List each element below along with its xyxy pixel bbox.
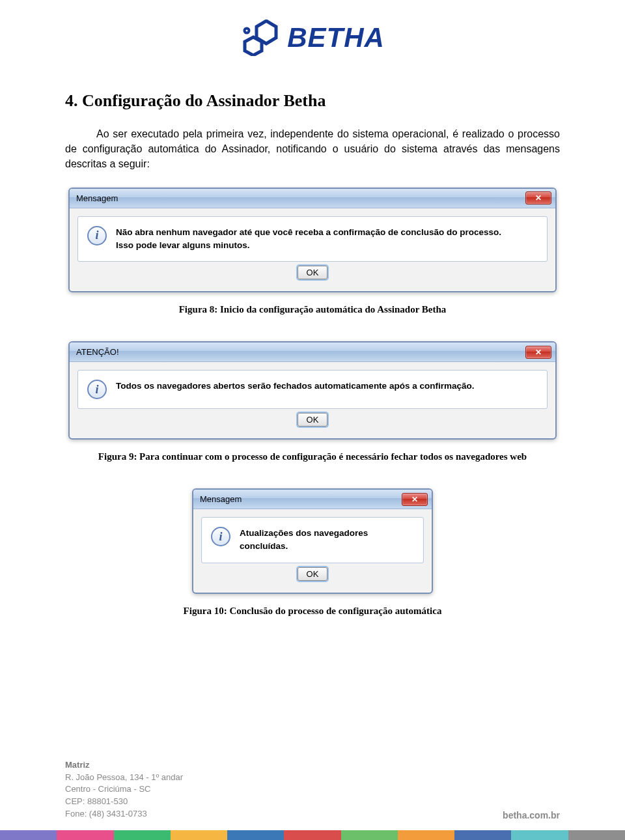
logo-text: BETHA xyxy=(287,22,385,53)
footer-color-stripe xyxy=(0,830,625,840)
svg-marker-1 xyxy=(245,37,262,55)
svg-point-2 xyxy=(245,29,249,33)
dialog1-line1: Não abra nenhum navegador até que você r… xyxy=(116,227,501,237)
footer-url: betha.com.br xyxy=(503,810,560,820)
footer-line3: CEP: 88801-530 xyxy=(65,796,183,808)
dialog2-title: ATENÇÃO! xyxy=(76,347,119,357)
dialog1-message: Não abra nenhum navegador até que você r… xyxy=(116,226,501,253)
figure-10-caption: Figura 10: Conclusão do processo de conf… xyxy=(65,606,560,617)
figure-9-caption: Figura 9: Para continuar com o processo … xyxy=(65,451,560,462)
close-icon[interactable]: ✕ xyxy=(525,191,551,204)
close-icon[interactable]: ✕ xyxy=(525,346,551,359)
header-logo: BETHA xyxy=(65,20,560,59)
dialog-mensagem-1: Mensagem ✕ i Não abra nenhum navegador a… xyxy=(68,188,557,293)
footer-line4: Fone: (48) 3431-0733 xyxy=(65,808,183,820)
dialog2-line1: Todos os navegadores abertos serão fecha… xyxy=(116,381,474,391)
info-icon: i xyxy=(87,226,107,245)
dialog1-title: Mensagem xyxy=(76,193,118,203)
info-icon: i xyxy=(211,527,230,546)
dialog3-line1: Atualizações dos navegadores concluídas. xyxy=(240,528,368,551)
betha-hex-icon xyxy=(240,20,279,56)
figure-8-caption: Figura 8: Inicio da configuração automát… xyxy=(65,304,560,315)
footer-line2: Centro - Criciúma - SC xyxy=(65,783,183,796)
dialog-atencao: ATENÇÃO! ✕ i Todos os navegadores aberto… xyxy=(68,341,557,440)
dialog-mensagem-2: Mensagem ✕ i Atualizações dos navegadore… xyxy=(192,488,433,594)
footer-address: Matriz R. João Pessoa, 134 - 1º andar Ce… xyxy=(65,759,183,820)
dialog2-message: Todos os navegadores abertos serão fecha… xyxy=(116,380,474,393)
intro-paragraph: Ao ser executado pela primeira vez, inde… xyxy=(65,126,560,172)
close-icon[interactable]: ✕ xyxy=(402,493,428,506)
footer-line1: R. João Pessoa, 134 - 1º andar xyxy=(65,772,183,784)
dialog3-title: Mensagem xyxy=(200,494,242,504)
footer-matriz: Matriz xyxy=(65,759,183,772)
info-icon: i xyxy=(87,380,107,399)
ok-button[interactable]: OK xyxy=(298,567,327,581)
dialog1-line2: Isso pode levar alguns minutos. xyxy=(116,239,501,252)
dialog3-message: Atualizações dos navegadores concluídas. xyxy=(240,527,414,553)
ok-button[interactable]: OK xyxy=(298,266,327,279)
ok-button[interactable]: OK xyxy=(298,413,327,427)
section-title: 4. Configuração do Assinador Betha xyxy=(65,91,560,111)
